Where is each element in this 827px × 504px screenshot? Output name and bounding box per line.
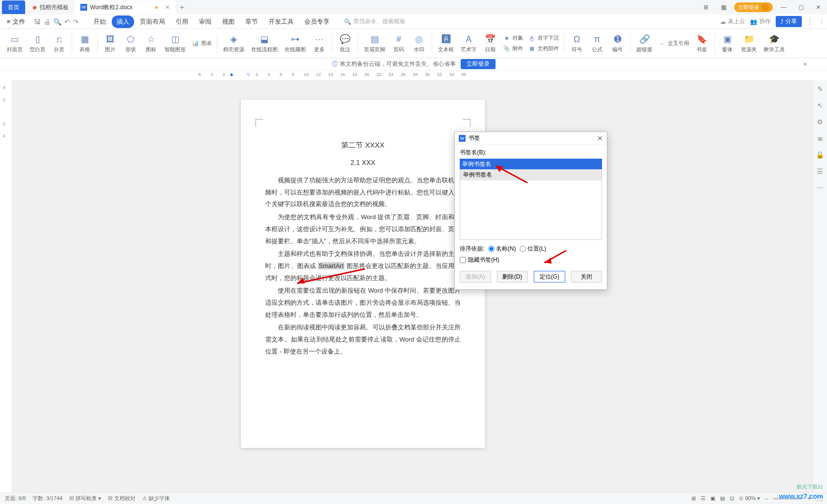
tab-start[interactable]: 开始 — [89, 15, 111, 28]
settings-icon[interactable]: ⚙ — [815, 117, 825, 127]
collapse-ribbon-icon[interactable]: 〈 — [817, 17, 823, 26]
document-proof[interactable]: ☒ 文档校对 — [108, 495, 135, 502]
print-icon[interactable]: 🖨 — [44, 18, 50, 26]
bookmark-name-input[interactable] — [460, 159, 602, 169]
symbol-button[interactable]: Ω符号 — [567, 32, 586, 54]
attachment-button[interactable]: 📎附件 — [501, 44, 525, 54]
dialog-close-icon[interactable]: ✕ — [597, 134, 603, 142]
view-print-icon[interactable]: ▤ — [720, 495, 725, 502]
hyperlink-button[interactable]: 🔗超链接 — [633, 32, 655, 54]
word-count[interactable]: 字数: 3/1744 — [32, 495, 62, 502]
dialog-titlebar[interactable]: W 书签 ✕ — [455, 132, 607, 145]
chart-button[interactable]: 📊图表 — [190, 39, 214, 48]
watermark-button[interactable]: ◎水印 — [409, 32, 429, 54]
delete-button[interactable]: 删除(D) — [497, 271, 528, 282]
sort-by-position-radio[interactable]: 位置(L) — [520, 245, 546, 253]
close-icon[interactable]: ✕ — [812, 1, 825, 13]
fit-icon[interactable]: ⊡ — [730, 495, 734, 502]
flowchart-button[interactable]: ⬓在线流程图 — [248, 32, 281, 54]
sort-by-name-radio[interactable]: 名称(N) — [488, 245, 516, 253]
ruler-horizontal[interactable]: 6 4 2 ◆ ▽ 2 4 6 8 10 12 14 16 18 20 22 2… — [0, 71, 827, 80]
more-menu-icon[interactable]: ⋮ — [807, 18, 812, 25]
view-page-icon[interactable]: ⊞ — [692, 495, 696, 502]
banner-login-button[interactable]: 立即登录 — [461, 59, 496, 69]
date-button[interactable]: 📅日期 — [481, 32, 500, 54]
minimize-icon[interactable]: — — [777, 1, 790, 13]
smartart-button[interactable]: ◫智能图形 — [162, 32, 189, 54]
cover-page-button[interactable]: ▭封面页 — [4, 32, 26, 54]
more-tools-icon[interactable]: ⋯ — [815, 183, 825, 193]
add-button[interactable]: 添加(A) — [460, 271, 491, 282]
page-indicator[interactable]: 页面: 8/8 — [5, 495, 26, 502]
page-number-button[interactable]: #页码 — [389, 32, 408, 54]
bookmark-list-item[interactable]: 举例书签名 — [460, 169, 601, 180]
tab-review[interactable]: 审阅 — [194, 15, 216, 28]
mindmap-button[interactable]: ⊶在线脑图 — [282, 32, 309, 54]
resource-folder-button[interactable]: 📁资源夹 — [738, 32, 760, 54]
document-canvas[interactable]: 第二节 XXXX 2.1 XXX 视频提供了功能强大的方法帮助您证明您的观点。当… — [12, 80, 812, 499]
tab-template[interactable]: ◆ 找稻壳模板 — [25, 0, 75, 14]
share-button[interactable]: ⤴ 分享 — [776, 16, 802, 27]
redo-icon[interactable]: ↷ — [73, 18, 79, 26]
missing-font[interactable]: ⚠ 缺少字体 — [142, 495, 170, 502]
maximize-icon[interactable]: ▢ — [794, 1, 808, 13]
layout-icon[interactable]: ⊞ — [699, 1, 713, 13]
more-button[interactable]: ⋯更多 — [310, 32, 329, 54]
collab-button[interactable]: 👥 协作 — [750, 17, 771, 26]
header-footer-button[interactable]: ▤页眉页脚 — [361, 32, 388, 54]
view-outline-icon[interactable]: ☰ — [701, 495, 706, 502]
view-web-icon[interactable]: ▣ — [710, 495, 715, 502]
initial-button[interactable]: A̲首字下沉 — [526, 33, 561, 43]
icon-button[interactable]: ☆图标 — [141, 32, 161, 54]
close-button[interactable]: 关闭 — [571, 271, 602, 282]
blank-page-button[interactable]: ▯空白页 — [27, 32, 48, 54]
cloud-status[interactable]: ☁ 未上云 — [720, 17, 745, 26]
page-break-button[interactable]: ⎌分页 — [49, 32, 69, 54]
bookmark-list[interactable]: 举例书签名 — [460, 169, 602, 240]
formula-button[interactable]: π公式 — [587, 32, 607, 54]
zoom-slider[interactable]: ⊙ 90% ▾ — [739, 495, 760, 502]
tab-pagelayout[interactable]: 页面布局 — [135, 15, 170, 28]
tab-insert[interactable]: 插入 — [112, 15, 134, 28]
tab-marker-icon[interactable]: ▽ — [247, 72, 250, 77]
tab-home[interactable]: 首页 — [2, 0, 25, 14]
table-button[interactable]: ▦表格 — [75, 32, 94, 54]
help-icon[interactable]: ☰ — [815, 166, 825, 176]
tab-devtools[interactable]: 开发工具 — [264, 15, 299, 28]
numbering-button[interactable]: ➊编号 — [608, 32, 627, 54]
tab-document[interactable]: W Word教程2.docx ● ✕ — [75, 0, 176, 14]
tab-new-icon[interactable]: ＋ — [176, 2, 188, 13]
pointer-icon[interactable]: ↖ — [815, 101, 825, 110]
save-icon[interactable]: 🖫 — [34, 18, 41, 26]
docfield-button[interactable]: ▦文档部件 — [526, 44, 561, 54]
tab-close-icon[interactable]: ✕ — [165, 4, 170, 11]
layers-icon[interactable]: ≣ — [815, 133, 825, 143]
spell-check[interactable]: ☒ 拼写检查 ▾ — [69, 495, 101, 502]
textbox-button[interactable]: 🅰文本框 — [435, 32, 457, 54]
teachtool-button[interactable]: 🎓教学工具 — [761, 32, 788, 54]
wordart-button[interactable]: A艺术字 — [458, 32, 480, 54]
crossref-button[interactable]: ↔交叉引用 — [656, 39, 691, 48]
hide-bookmarks-checkbox[interactable]: 隐藏书签(H) — [460, 256, 602, 264]
undo-icon[interactable]: ↶ — [64, 18, 70, 26]
template-resource-button[interactable]: ◈稻壳资源 — [220, 32, 247, 54]
zoom-out-icon[interactable]: − — [765, 496, 768, 502]
tab-vip[interactable]: 会员专享 — [300, 15, 334, 28]
object-button[interactable]: ◈对象 — [501, 33, 525, 43]
tab-view[interactable]: 视图 — [217, 15, 240, 28]
ruler-vertical[interactable]: 4 2 2 4 — [0, 80, 12, 499]
tab-section[interactable]: 章节 — [241, 15, 263, 28]
goto-button[interactable]: 定位(G) — [534, 271, 565, 282]
comment-button[interactable]: 💬批注 — [335, 32, 355, 54]
indent-marker-icon[interactable]: ◆ — [230, 72, 233, 77]
shapes-button[interactable]: ⬠形状 — [121, 32, 140, 54]
banner-close-icon[interactable]: ✕ — [803, 61, 808, 68]
bookmark-button[interactable]: 🔖书签 — [692, 32, 711, 54]
login-button[interactable]: 立即登录 — [734, 2, 773, 12]
lock-icon[interactable]: 🔒 — [815, 150, 825, 160]
pencil-icon[interactable]: ✎ — [815, 84, 825, 94]
pane-button[interactable]: ▣窗体 — [718, 32, 737, 54]
command-search[interactable]: 🔍 查找命令、搜索模板 — [344, 17, 406, 26]
picture-button[interactable]: 🖼图片 — [101, 32, 120, 54]
tab-reference[interactable]: 引用 — [171, 15, 193, 28]
